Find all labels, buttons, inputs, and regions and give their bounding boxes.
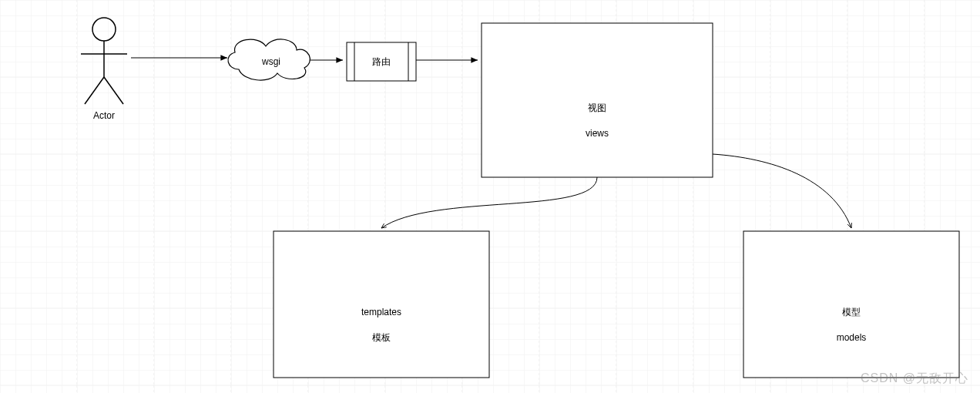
templates-label: templates 模板 (324, 293, 439, 344)
models-label-line1: 模型 (842, 307, 861, 317)
watermark: CSDN @无敌开心 (861, 371, 968, 387)
models-label: 模型 models (794, 293, 909, 344)
diagram-canvas: { "actor": { "label": "Actor" }, "wsgi":… (0, 0, 980, 393)
templates-label-line1: templates (361, 307, 401, 317)
views-label-line2: views (586, 128, 609, 139)
models-label-line2: models (837, 332, 867, 343)
router-label: 路由 (358, 55, 404, 69)
wsgi-label: wsgi (248, 55, 294, 69)
views-label-line1: 视图 (588, 102, 606, 113)
actor-label: Actor (81, 109, 127, 123)
views-label: 视图 views (539, 89, 655, 140)
templates-label-line2: 模板 (372, 332, 391, 343)
